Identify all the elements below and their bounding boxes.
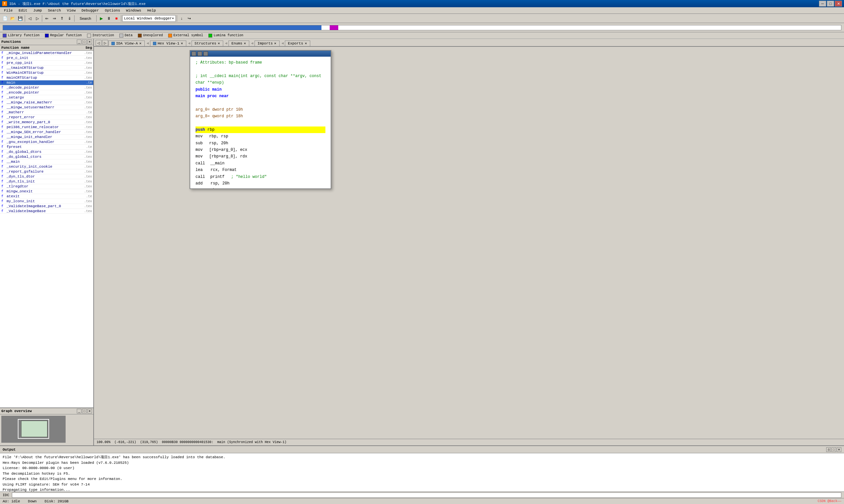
function-row-9[interactable]: f_setargv.tex [0,95,93,100]
graph-float[interactable]: □ [82,409,87,413]
function-row-29[interactable]: fatexit.te [0,194,93,199]
function-row-14[interactable]: f_write_memory_part_0.tex [0,120,93,125]
minimize-button[interactable]: ─ [819,1,826,6]
output-input[interactable] [12,492,841,498]
graph-close[interactable]: ✕ [87,409,92,413]
function-icon-25: f [1,175,5,179]
functions-close[interactable]: ✕ [87,39,92,44]
function-row-7[interactable]: f_decode_pointer.tex [0,85,93,90]
menu-search[interactable]: Search [45,8,64,13]
tab-structures[interactable]: Structures ✕ [192,40,223,46]
function-row-20[interactable]: f_do_global_dtors.tex [0,149,93,155]
tb-btn3[interactable]: ⇑ [58,15,66,22]
output-content[interactable]: File 'F:\About the future\Reverse\hellow… [0,453,844,491]
function-row-24[interactable]: f_report_gsfailure.tex [0,169,93,174]
debugger-dropdown[interactable]: Local Windows debugger ▾ [122,15,176,22]
functions-float[interactable]: □ [82,39,87,44]
tab-close-btn-exports[interactable]: ✕ [305,42,307,45]
function-row-3[interactable]: f__tmainCRTStartup.tex [0,66,93,71]
function-row-0[interactable]: f_mingw_invalidParameterHandler.tex [0,51,93,56]
menu-file[interactable]: File [1,8,15,13]
function-name-29: atexit [6,194,75,198]
forward-button[interactable]: ▷ [34,15,41,22]
function-row-15[interactable]: fpei386_runtime_relocator.tex [0,125,93,130]
tab-hex-view[interactable]: Hex View-1 ✕ [150,40,186,46]
tab-close-btn-hex[interactable]: ✕ [181,42,183,45]
menu-options[interactable]: Options [102,8,123,13]
output-btn3[interactable]: ✕ [837,447,841,452]
function-row-19[interactable]: ffpreset.te [0,145,93,149]
function-icon-4: f [1,71,5,75]
open-button[interactable]: 📂 [9,15,16,22]
function-row-18[interactable]: f_gnu_exception_handler.tex [0,140,93,145]
close-button[interactable]: ✕ [835,1,842,6]
function-row-26[interactable]: f_dyn_tls_init.tex [0,179,93,184]
function-row-22[interactable]: f__main.tex [0,159,93,164]
function-row-17[interactable]: f__mingw_init_ehandler.tex [0,135,93,140]
function-row-1[interactable]: fpre_c_init.tex [0,56,93,60]
menu-help[interactable]: Help [144,8,158,13]
code-line-arg0: arg_0= dword ptr 10h [195,106,325,113]
function-row-23[interactable]: f_security_init_cookie.tex [0,164,93,169]
tab-close-btn-imports[interactable]: ✕ [274,42,277,45]
tab-ida-view[interactable]: IDA View-A ✕ [108,40,145,46]
tab-nav-left[interactable]: ◁ [96,40,102,46]
functions-list[interactable]: f_mingw_invalidParameterHandler.texfpre_… [0,51,93,440]
function-row-25[interactable]: f_dyn_tls_dtor.tex [0,174,93,179]
function-row-32[interactable]: f_ValidateImageBase.tex [0,209,93,214]
function-row-31[interactable]: f_ValidateImageBase_part_0.tex [0,204,93,209]
pause-button[interactable]: ⏸ [105,15,113,22]
code-line-mov1: movrbp, rsp [195,133,325,140]
function-row-2[interactable]: fpre_cpp_init.tex [0,60,93,66]
menu-windows[interactable]: Windows [123,8,144,13]
search-button[interactable]: Search [75,15,95,22]
function-row-13[interactable]: f_report_error.tex [0,115,93,120]
function-row-27[interactable]: f_tlregdtor.tex [0,184,93,189]
functions-minimize[interactable]: _ [77,39,82,44]
graph-canvas[interactable] [1,416,66,443]
function-row-8[interactable]: f_encode_pointer.tex [0,90,93,95]
function-row-21[interactable]: f_do_global_ctors.tex [0,155,93,159]
maximize-button[interactable]: □ [827,1,834,6]
function-seg-28: .tex [75,190,92,193]
function-icon-1: f [1,56,5,60]
function-row-10[interactable]: f__mingw_raise_matherr.tex [0,100,93,105]
function-row-6[interactable]: fmain.te [0,80,93,85]
menu-jump[interactable]: Jump [31,8,45,13]
code-popup-header[interactable] [190,51,331,57]
new-button[interactable]: 📄 [1,15,8,22]
tab-imports[interactable]: Imports ✕ [255,40,279,46]
function-row-12[interactable]: f_matherr.te [0,110,93,115]
output-btn1[interactable]: ⎙ [826,447,831,452]
run-button[interactable]: ▶ [98,15,105,22]
function-row-11[interactable]: f__mingw_setusermatherr.tex [0,105,93,110]
stop-button[interactable]: ■ [113,15,120,22]
function-row-4[interactable]: fWinMainCRTStartup.tex [0,71,93,75]
step-over[interactable]: ↪ [186,15,193,22]
right-panel: ◁ ▷ IDA View-A ✕ ◁ Hex View-1 ✕ ◁ Struct… [94,39,844,445]
tab-close-btn-enums[interactable]: ✕ [244,42,246,45]
menu-view[interactable]: View [64,8,78,13]
legend-data-label: Data [125,34,133,37]
output-btn2[interactable]: □ [831,447,836,452]
tab-exports[interactable]: Exports ✕ [285,40,310,46]
tb-btn2[interactable]: ⇒ [51,15,58,22]
tab-nav-right[interactable]: ▷ [102,40,108,46]
save-button[interactable]: 💾 [16,15,24,22]
tab-close-btn-ida[interactable]: ✕ [139,42,142,45]
function-row-5[interactable]: fmainCRTStartup.tex [0,75,93,80]
graph-minimize[interactable]: _ [77,409,82,413]
back-button[interactable]: ◁ [26,15,33,22]
code-popup-content[interactable]: ; Attributes: bp-based frame ; int __cde… [190,57,331,188]
step-into[interactable]: ↓ [178,15,185,22]
menu-edit[interactable]: Edit [16,8,30,13]
tb-btn1[interactable]: ⇐ [43,15,50,22]
tab-close-btn-structures[interactable]: ✕ [218,42,220,45]
function-row-16[interactable]: f__mingw_SEH_error_handler.tex [0,130,93,135]
function-row-30[interactable]: fmy_lconv_init.tex [0,199,93,204]
menu-debugger[interactable]: Debugger [79,8,102,13]
code-area[interactable]: ; Attributes: bp-based frame ; int __cde… [94,47,844,439]
tb-btn4[interactable]: ⇓ [66,15,73,22]
tab-enums[interactable]: Enums ✕ [228,40,249,46]
function-row-28[interactable]: fmingw_onexit.tex [0,189,93,194]
